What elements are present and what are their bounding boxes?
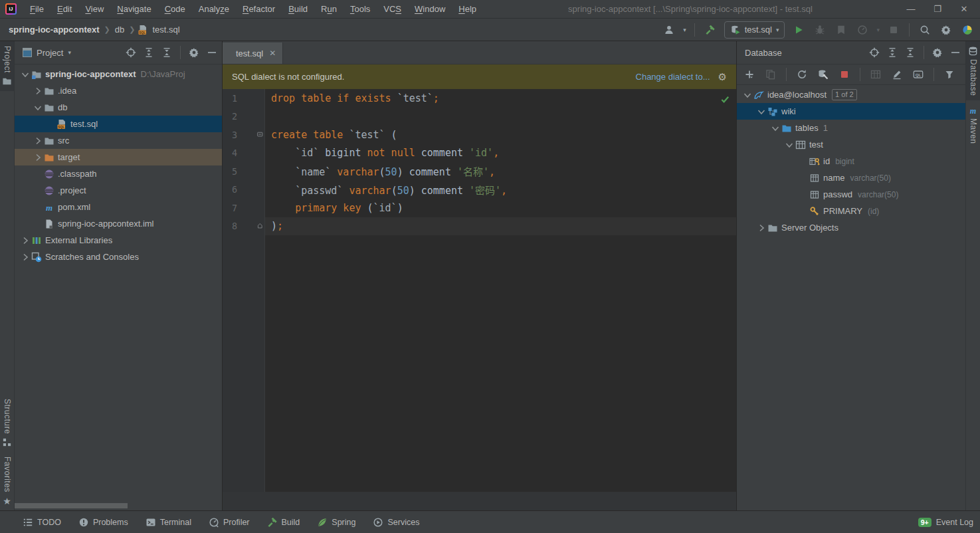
chevron-right-icon[interactable] [33,136,43,146]
statusbar-services-button[interactable]: Services [373,517,419,528]
breadcrumb-item[interactable]: spring-ioc-appcontext [7,23,102,36]
search-icon[interactable] [918,23,932,37]
caret-down-icon[interactable]: ▾ [876,27,880,33]
tree-item-wiki[interactable]: wiki [737,103,965,120]
menu-view[interactable]: View [78,1,110,17]
banner-gear-icon[interactable]: ⚙ [718,71,727,83]
edit-icon[interactable] [890,67,904,82]
expandall-icon[interactable] [886,47,898,58]
chevron-right-icon[interactable] [33,152,43,163]
user-icon[interactable] [662,23,676,37]
gear-icon[interactable] [931,47,943,58]
code-line-1[interactable]: 1drop table if exists `test`; [223,89,736,108]
menu-tools[interactable]: Tools [343,1,377,17]
stop-icon[interactable] [886,23,901,37]
tool-stripe-favorites[interactable]: Favorites★ [0,452,14,510]
tree-item-external-libraries[interactable]: External Libraries [15,232,222,249]
collapseall-icon[interactable] [161,47,173,58]
menu-help[interactable]: Help [452,1,483,17]
debug-icon[interactable] [813,23,827,37]
tree-item-scratches-and-consoles[interactable]: Scratches and Consoles [15,249,222,265]
tree-item-src[interactable]: src [15,132,222,149]
code-editor[interactable]: 1drop table if exists `test`;23create ta… [223,89,736,510]
tool-stripe-project[interactable]: Project [0,41,14,91]
statusbar-profiler-button[interactable]: Profiler [209,517,250,528]
tree-item-server-objects[interactable]: Server Objects [737,219,965,236]
locate-icon[interactable] [868,47,880,58]
add-datasource-icon[interactable] [742,67,757,82]
run-icon[interactable] [791,23,806,37]
event-log-button[interactable]: 9+ Event Log [918,518,973,527]
statusbar-todo-button[interactable]: TODO [23,517,61,528]
code-line-7[interactable]: 7 primary key (`id`) [223,199,736,217]
tree-item-spring-ioc-appcontext-iml[interactable]: spring-ioc-appcontext.iml [15,215,222,232]
menu-run[interactable]: Run [314,1,343,17]
chevron-down-icon[interactable] [784,140,795,150]
tree-item-tables[interactable]: tables1 [737,120,965,136]
statusbar-problems-button[interactable]: Problems [78,517,128,528]
breadcrumb-item[interactable]: test.sql [150,23,181,36]
refresh-icon[interactable] [795,67,809,82]
menu-edit[interactable]: Edit [50,1,78,17]
code-line-2[interactable]: 2 [223,108,736,126]
tool-stripe-structure[interactable]: Structure [0,394,14,452]
chevron-down-icon[interactable] [742,90,753,100]
build-hammer-icon[interactable] [703,23,718,37]
filter-icon[interactable] [942,67,957,82]
collapseall-icon[interactable] [904,47,916,58]
tree-item--idea[interactable]: .idea [15,82,222,99]
profiler-icon[interactable] [855,23,870,37]
tree-item-passwd[interactable]: passwdvarchar(50) [737,186,965,203]
minus-icon[interactable] [206,47,218,58]
code-line-6[interactable]: 6 `passwd` varchar(50) comment '密码', [223,181,736,199]
tree-item-primary[interactable]: PRIMARY(id) [737,203,965,219]
statusbar-build-button[interactable]: Build [267,517,300,528]
tree-item-target[interactable]: target [15,149,222,165]
chevron-right-icon[interactable] [20,252,31,263]
coverage-icon[interactable] [834,23,848,37]
menu-file[interactable]: File [23,1,50,17]
maximize-button[interactable]: ❐ [924,1,951,18]
stop-red-icon[interactable] [837,67,852,82]
menu-code[interactable]: Code [158,1,192,17]
fold-marker-icon[interactable] [256,222,265,231]
settings-gear-icon[interactable] [939,23,953,37]
fold-marker-icon[interactable] [256,130,265,139]
tree-item-test[interactable]: test [737,136,965,153]
tree-item--classpath[interactable]: .classpath [15,165,222,182]
expandall-icon[interactable] [143,47,155,58]
duplicate-icon[interactable] [763,67,778,82]
tree-item-test-sql[interactable]: SQLtest.sql [15,116,222,132]
horizontal-scrollbar[interactable] [15,503,128,508]
tree-item-name[interactable]: namevarchar(50) [737,169,965,186]
chevron-down-icon[interactable] [33,102,43,113]
menu-navigate[interactable]: Navigate [110,1,157,17]
tool-stripe-database[interactable]: Database [966,41,980,100]
breadcrumb-item[interactable]: db [113,23,126,36]
menu-window[interactable]: Window [408,1,452,17]
tree-item-idea-localhost[interactable]: idea@localhost1 of 2 [737,86,965,103]
tab-test-sql[interactable]: test.sql ✕ [223,43,283,64]
minus-icon[interactable] [949,47,961,58]
code-line-8[interactable]: 8); [223,217,736,236]
gear-icon[interactable] [188,47,200,58]
chevron-down-icon[interactable] [20,69,31,80]
menu-build[interactable]: Build [282,1,314,17]
code-line-4[interactable]: 4 `id` bigint not null comment 'id', [223,144,736,163]
caret-down-icon[interactable]: ▾ [683,27,686,33]
chevron-right-icon[interactable] [20,235,31,246]
close-tab-icon[interactable]: ✕ [269,49,276,58]
chevron-right-icon[interactable] [33,86,43,96]
tree-item-pom-xml[interactable]: mpom.xml [15,199,222,215]
table-view-icon[interactable] [868,67,883,82]
change-dialect-link[interactable]: Change dialect to... [636,72,710,82]
tree-item-db[interactable]: db [15,99,222,116]
close-button[interactable]: ✕ [951,1,977,18]
datasource-properties-icon[interactable] [816,67,831,82]
menu-analyze[interactable]: Analyze [192,1,236,17]
code-line-3[interactable]: 3create table `test` ( [223,126,736,144]
statusbar-spring-button[interactable]: Spring [317,517,355,528]
minimize-button[interactable]: — [898,1,924,18]
ide-sphere-icon[interactable] [960,23,975,37]
menu-refactor[interactable]: Refactor [236,1,282,17]
